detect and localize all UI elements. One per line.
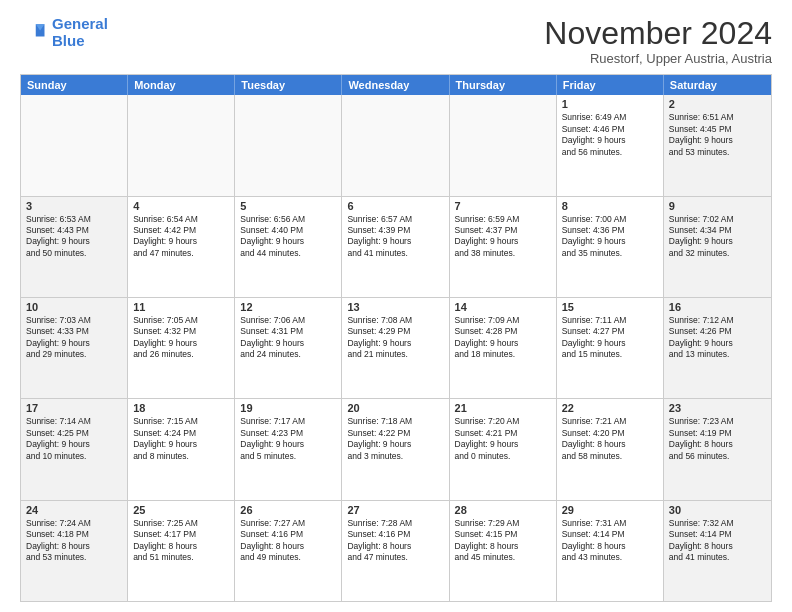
day-number: 3 [26, 200, 122, 212]
cal-cell: 25Sunrise: 7:25 AM Sunset: 4:17 PM Dayli… [128, 501, 235, 601]
cal-cell: 18Sunrise: 7:15 AM Sunset: 4:24 PM Dayli… [128, 399, 235, 499]
cal-cell [128, 95, 235, 195]
day-number: 10 [26, 301, 122, 313]
cal-cell: 2Sunrise: 6:51 AM Sunset: 4:45 PM Daylig… [664, 95, 771, 195]
header: General Blue November 2024 Ruestorf, Upp… [20, 16, 772, 66]
cal-cell: 30Sunrise: 7:32 AM Sunset: 4:14 PM Dayli… [664, 501, 771, 601]
day-details: Sunrise: 7:20 AM Sunset: 4:21 PM Dayligh… [455, 416, 551, 462]
calendar-body: 1Sunrise: 6:49 AM Sunset: 4:46 PM Daylig… [21, 95, 771, 601]
day-details: Sunrise: 7:24 AM Sunset: 4:18 PM Dayligh… [26, 518, 122, 564]
day-number: 11 [133, 301, 229, 313]
cal-cell: 3Sunrise: 6:53 AM Sunset: 4:43 PM Daylig… [21, 197, 128, 297]
calendar: SundayMondayTuesdayWednesdayThursdayFrid… [20, 74, 772, 602]
cal-cell: 24Sunrise: 7:24 AM Sunset: 4:18 PM Dayli… [21, 501, 128, 601]
day-number: 9 [669, 200, 766, 212]
day-details: Sunrise: 7:12 AM Sunset: 4:26 PM Dayligh… [669, 315, 766, 361]
cal-header-friday: Friday [557, 75, 664, 95]
day-details: Sunrise: 7:05 AM Sunset: 4:32 PM Dayligh… [133, 315, 229, 361]
day-details: Sunrise: 6:59 AM Sunset: 4:37 PM Dayligh… [455, 214, 551, 260]
cal-cell: 19Sunrise: 7:17 AM Sunset: 4:23 PM Dayli… [235, 399, 342, 499]
cal-header-wednesday: Wednesday [342, 75, 449, 95]
cal-cell [21, 95, 128, 195]
cal-header-saturday: Saturday [664, 75, 771, 95]
day-details: Sunrise: 7:32 AM Sunset: 4:14 PM Dayligh… [669, 518, 766, 564]
cal-cell: 8Sunrise: 7:00 AM Sunset: 4:36 PM Daylig… [557, 197, 664, 297]
cal-header-tuesday: Tuesday [235, 75, 342, 95]
cal-cell: 11Sunrise: 7:05 AM Sunset: 4:32 PM Dayli… [128, 298, 235, 398]
day-number: 17 [26, 402, 122, 414]
logo: General Blue [20, 16, 108, 49]
cal-cell: 28Sunrise: 7:29 AM Sunset: 4:15 PM Dayli… [450, 501, 557, 601]
cal-cell: 6Sunrise: 6:57 AM Sunset: 4:39 PM Daylig… [342, 197, 449, 297]
cal-cell: 10Sunrise: 7:03 AM Sunset: 4:33 PM Dayli… [21, 298, 128, 398]
location: Ruestorf, Upper Austria, Austria [544, 51, 772, 66]
day-details: Sunrise: 7:17 AM Sunset: 4:23 PM Dayligh… [240, 416, 336, 462]
logo-icon [20, 19, 48, 47]
cal-cell: 4Sunrise: 6:54 AM Sunset: 4:42 PM Daylig… [128, 197, 235, 297]
day-details: Sunrise: 7:06 AM Sunset: 4:31 PM Dayligh… [240, 315, 336, 361]
day-details: Sunrise: 7:02 AM Sunset: 4:34 PM Dayligh… [669, 214, 766, 260]
cal-cell: 27Sunrise: 7:28 AM Sunset: 4:16 PM Dayli… [342, 501, 449, 601]
cal-cell: 22Sunrise: 7:21 AM Sunset: 4:20 PM Dayli… [557, 399, 664, 499]
day-number: 2 [669, 98, 766, 110]
day-details: Sunrise: 6:53 AM Sunset: 4:43 PM Dayligh… [26, 214, 122, 260]
cal-week-3: 17Sunrise: 7:14 AM Sunset: 4:25 PM Dayli… [21, 398, 771, 499]
cal-cell: 29Sunrise: 7:31 AM Sunset: 4:14 PM Dayli… [557, 501, 664, 601]
day-details: Sunrise: 6:49 AM Sunset: 4:46 PM Dayligh… [562, 112, 658, 158]
cal-cell: 15Sunrise: 7:11 AM Sunset: 4:27 PM Dayli… [557, 298, 664, 398]
day-number: 13 [347, 301, 443, 313]
cal-header-monday: Monday [128, 75, 235, 95]
day-details: Sunrise: 7:14 AM Sunset: 4:25 PM Dayligh… [26, 416, 122, 462]
cal-header-thursday: Thursday [450, 75, 557, 95]
day-number: 4 [133, 200, 229, 212]
day-details: Sunrise: 7:31 AM Sunset: 4:14 PM Dayligh… [562, 518, 658, 564]
logo-text: General Blue [52, 16, 108, 49]
cal-cell: 1Sunrise: 6:49 AM Sunset: 4:46 PM Daylig… [557, 95, 664, 195]
cal-cell: 14Sunrise: 7:09 AM Sunset: 4:28 PM Dayli… [450, 298, 557, 398]
day-details: Sunrise: 6:54 AM Sunset: 4:42 PM Dayligh… [133, 214, 229, 260]
day-number: 14 [455, 301, 551, 313]
calendar-header-row: SundayMondayTuesdayWednesdayThursdayFrid… [21, 75, 771, 95]
day-details: Sunrise: 7:03 AM Sunset: 4:33 PM Dayligh… [26, 315, 122, 361]
day-number: 1 [562, 98, 658, 110]
cal-cell: 17Sunrise: 7:14 AM Sunset: 4:25 PM Dayli… [21, 399, 128, 499]
cal-cell: 23Sunrise: 7:23 AM Sunset: 4:19 PM Dayli… [664, 399, 771, 499]
day-number: 12 [240, 301, 336, 313]
day-number: 21 [455, 402, 551, 414]
cal-header-sunday: Sunday [21, 75, 128, 95]
cal-cell: 16Sunrise: 7:12 AM Sunset: 4:26 PM Dayli… [664, 298, 771, 398]
day-details: Sunrise: 7:25 AM Sunset: 4:17 PM Dayligh… [133, 518, 229, 564]
title-block: November 2024 Ruestorf, Upper Austria, A… [544, 16, 772, 66]
day-number: 19 [240, 402, 336, 414]
day-details: Sunrise: 7:28 AM Sunset: 4:16 PM Dayligh… [347, 518, 443, 564]
day-details: Sunrise: 6:57 AM Sunset: 4:39 PM Dayligh… [347, 214, 443, 260]
day-number: 16 [669, 301, 766, 313]
day-number: 29 [562, 504, 658, 516]
day-number: 5 [240, 200, 336, 212]
day-details: Sunrise: 7:21 AM Sunset: 4:20 PM Dayligh… [562, 416, 658, 462]
cal-week-1: 3Sunrise: 6:53 AM Sunset: 4:43 PM Daylig… [21, 196, 771, 297]
day-number: 28 [455, 504, 551, 516]
cal-cell: 9Sunrise: 7:02 AM Sunset: 4:34 PM Daylig… [664, 197, 771, 297]
day-number: 22 [562, 402, 658, 414]
cal-cell: 5Sunrise: 6:56 AM Sunset: 4:40 PM Daylig… [235, 197, 342, 297]
day-details: Sunrise: 7:29 AM Sunset: 4:15 PM Dayligh… [455, 518, 551, 564]
cal-week-4: 24Sunrise: 7:24 AM Sunset: 4:18 PM Dayli… [21, 500, 771, 601]
day-details: Sunrise: 6:51 AM Sunset: 4:45 PM Dayligh… [669, 112, 766, 158]
day-details: Sunrise: 7:00 AM Sunset: 4:36 PM Dayligh… [562, 214, 658, 260]
day-number: 26 [240, 504, 336, 516]
day-number: 6 [347, 200, 443, 212]
day-details: Sunrise: 6:56 AM Sunset: 4:40 PM Dayligh… [240, 214, 336, 260]
day-number: 30 [669, 504, 766, 516]
cal-cell [342, 95, 449, 195]
cal-week-2: 10Sunrise: 7:03 AM Sunset: 4:33 PM Dayli… [21, 297, 771, 398]
logo-general: General [52, 15, 108, 32]
cal-cell: 21Sunrise: 7:20 AM Sunset: 4:21 PM Dayli… [450, 399, 557, 499]
day-details: Sunrise: 7:08 AM Sunset: 4:29 PM Dayligh… [347, 315, 443, 361]
day-number: 23 [669, 402, 766, 414]
day-number: 8 [562, 200, 658, 212]
day-details: Sunrise: 7:23 AM Sunset: 4:19 PM Dayligh… [669, 416, 766, 462]
cal-cell [450, 95, 557, 195]
month-title: November 2024 [544, 16, 772, 51]
day-details: Sunrise: 7:15 AM Sunset: 4:24 PM Dayligh… [133, 416, 229, 462]
